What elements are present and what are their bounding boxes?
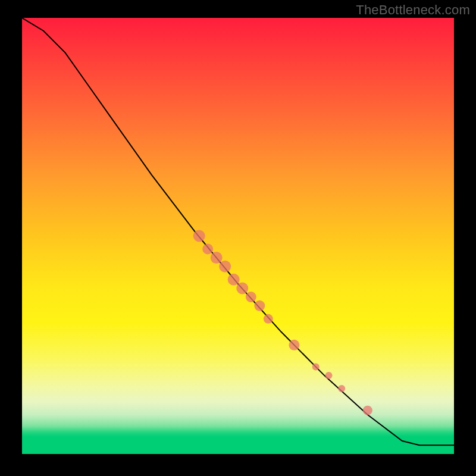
curve-line <box>22 18 454 445</box>
data-point <box>236 283 248 295</box>
chart-overlay <box>22 18 454 454</box>
data-point <box>246 292 256 302</box>
data-point <box>264 314 273 324</box>
data-point <box>338 385 345 392</box>
data-point <box>289 340 299 350</box>
data-points-group <box>193 230 372 415</box>
data-point <box>325 372 333 379</box>
data-point <box>228 274 240 286</box>
data-point <box>202 244 213 255</box>
data-point <box>193 230 205 242</box>
data-point <box>363 406 372 415</box>
data-point <box>211 252 223 264</box>
data-point <box>254 300 265 311</box>
data-point <box>219 261 231 273</box>
plot-area <box>22 18 454 454</box>
watermark-text: TheBottleneck.com <box>356 2 470 18</box>
data-point <box>312 363 320 370</box>
chart-frame: TheBottleneck.com <box>0 0 476 476</box>
